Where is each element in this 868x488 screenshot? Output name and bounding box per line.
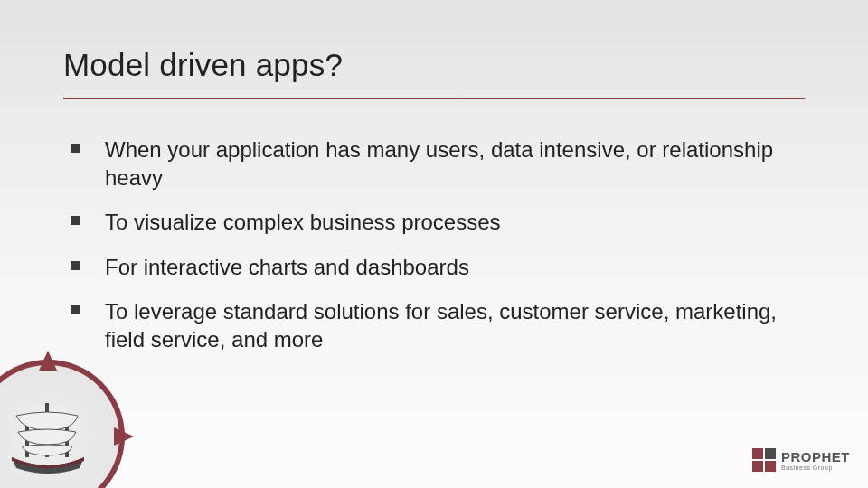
- bullet-text: To leverage standard solutions for sales…: [105, 297, 805, 353]
- bullet-icon: [71, 216, 80, 225]
- bullet-icon: [71, 305, 80, 314]
- title-underline: [63, 98, 805, 99]
- ship-icon: [0, 387, 98, 486]
- bullet-text: When your application has many users, da…: [105, 136, 805, 192]
- bullet-text: To visualize complex business processes: [105, 208, 501, 236]
- prophet-squares-icon: [752, 448, 776, 472]
- bullet-icon: [71, 144, 80, 153]
- bullet-list: When your application has many users, da…: [63, 136, 805, 370]
- list-item: To visualize complex business processes: [63, 208, 805, 236]
- list-item: For interactive charts and dashboards: [63, 253, 805, 281]
- bullet-icon: [71, 261, 80, 270]
- compass-point-icon: [39, 351, 57, 371]
- logo-tagline: Business Group: [781, 465, 850, 471]
- compass-ship-logo: [0, 360, 125, 488]
- prophet-logo: PROPHET Business Group: [752, 448, 850, 472]
- slide-title: Model driven apps?: [63, 47, 343, 83]
- compass-point-icon: [114, 427, 134, 446]
- list-item: To leverage standard solutions for sales…: [63, 297, 805, 353]
- bullet-text: For interactive charts and dashboards: [105, 253, 469, 281]
- logo-company-name: PROPHET: [781, 450, 850, 464]
- list-item: When your application has many users, da…: [63, 136, 805, 192]
